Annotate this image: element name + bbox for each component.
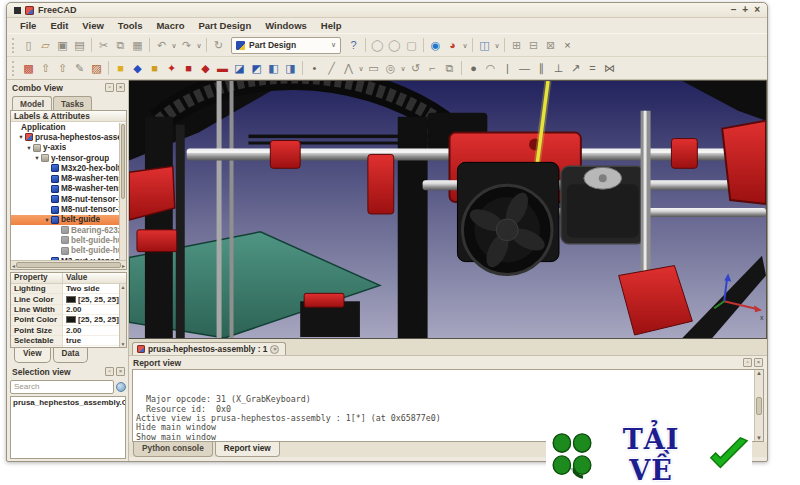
tree-item[interactable]: M8-nut-tensor-1 [11,194,126,204]
tree-item[interactable]: belt-guide-hu [11,235,126,245]
report-scrollbar[interactable]: ▲ ▼ [754,370,763,441]
loft-tool-icon[interactable]: ◆ [197,60,214,77]
tree-item[interactable]: Bearing-623z [11,225,126,235]
menu-item[interactable]: Edit [43,19,75,32]
constraint-arc-icon[interactable]: ◠ [482,60,499,77]
sketch-external-icon[interactable]: ⧉ [441,60,458,77]
undo-dropdown-icon[interactable]: ∨ [170,37,178,54]
constraint-coincident-icon[interactable]: ● [465,60,482,77]
property-row[interactable]: Line Width 2.00 [11,305,126,315]
tree-item[interactable]: M8-nut-tensor-2 [11,204,126,214]
redo-icon[interactable]: ↷ [178,37,195,54]
pad-up-icon[interactable]: ⇧ [37,60,54,77]
constraint-symmetric-icon[interactable]: ⋈ [601,60,618,77]
expander-icon[interactable] [17,134,25,140]
copy-icon[interactable]: ⧉ [112,37,129,54]
pad-tool-icon[interactable]: ■ [112,60,129,77]
tree-item[interactable]: y-tensor-group [11,153,126,163]
search-input[interactable] [10,380,114,394]
sketch-point-icon[interactable]: • [306,60,323,77]
macro-stop-icon[interactable]: ◯ [386,37,403,54]
property-row[interactable]: Line Color [25, 25, 25] [11,294,126,304]
property-row[interactable]: Point Color [25, 25, 25] [11,315,126,325]
groove-tool-icon[interactable]: ■ [180,60,197,77]
tree-horizontal-scrollbar[interactable]: ◂▸ [11,260,126,269]
toolbar-handle[interactable] [12,61,16,76]
property-row[interactable]: Point Size 2.00 [11,326,126,336]
scroll-right-icon[interactable]: ▸ [122,262,125,269]
close-panel-button[interactable]: × [116,83,125,92]
tree-item[interactable]: M8-washer-tenso [11,184,126,194]
fillet-tool-icon[interactable]: ◪ [231,60,248,77]
constraint-equal-icon[interactable]: = [584,60,601,77]
menu-item[interactable]: View [75,19,110,32]
property-row[interactable]: Lighting Two side [11,284,126,294]
view-isometric-icon[interactable]: ◫ [476,37,493,54]
menu-item[interactable]: Help [314,19,349,32]
menu-item[interactable]: Part Design [191,19,258,32]
create-body-icon[interactable]: ▩ [20,60,37,77]
tree-item[interactable]: M8-washer-tenso [11,173,126,183]
close-panel-button[interactable]: × [116,367,125,376]
sketch-trim-icon[interactable]: ↺ [407,60,424,77]
new-file-icon[interactable]: ▯ [20,37,37,54]
print-icon[interactable]: ▤ [71,37,88,54]
edit-sketch-icon[interactable]: ✎ [71,60,88,77]
close-view-icon[interactable]: × [559,37,576,54]
menu-item[interactable]: Tools [111,19,150,32]
sketch-polyline-dropdown-icon[interactable]: ∨ [357,60,365,77]
scroll-up-icon[interactable]: ▲ [755,370,763,376]
constraint-parallel-icon[interactable]: ∥ [533,60,550,77]
sketch-circle-dropdown-icon[interactable]: ∨ [399,60,407,77]
macro-record-icon[interactable]: ◯ [369,37,386,54]
download-watermark[interactable]: TẢI VỀ [546,428,752,482]
whats-this-icon[interactable]: ? [345,37,362,54]
thickness-tool-icon[interactable]: ◨ [282,60,299,77]
sketch-rectangle-icon[interactable]: ▭ [365,60,382,77]
tree-vertical-scrollbar[interactable] [119,123,126,260]
3d-viewport[interactable]: x [129,80,767,339]
draft-tool-icon[interactable]: ◧ [265,60,282,77]
scroll-down-icon[interactable]: ▼ [755,435,763,441]
pipe-tool-icon[interactable]: ▬ [214,60,231,77]
cut-icon[interactable]: ✂ [95,37,112,54]
menu-item[interactable]: File [13,19,43,32]
expander-icon[interactable] [25,145,33,151]
draw-style-icon[interactable]: ◕ [444,37,461,54]
sketch-line-icon[interactable]: ╱ [323,60,340,77]
property-row[interactable]: Shape Color [204, 204, 204] [11,346,126,348]
scroll-up-icon[interactable]: ▲ [120,284,126,290]
view-fit-selection-icon[interactable]: ⊞ [508,37,525,54]
document-tab-close-icon[interactable]: × [270,345,279,354]
sketch-circle-icon[interactable]: ◎ [382,60,399,77]
refresh-icon[interactable]: ↻ [210,37,227,54]
menu-item[interactable]: Windows [258,19,314,32]
scrollbar-thumb[interactable] [756,397,762,415]
tree-item[interactable]: M3x20-hex-bolt [11,163,126,173]
close-panel-button[interactable]: × [754,358,763,367]
selection-list-item[interactable]: prusa_hephestos_assembly.Compound0 [11,397,125,408]
tree-item[interactable]: Application [11,122,126,132]
toolbar-handle[interactable] [12,38,16,53]
float-panel-button[interactable]: ▫ [105,367,114,376]
property-scrollbar[interactable]: ▲▼ [119,284,126,347]
maximize-button[interactable]: + [742,5,748,15]
view-zoom-selection-icon[interactable]: ⊟ [525,37,542,54]
sketch-polyline-icon[interactable]: ⋀ [340,60,357,77]
combo-view-tab[interactable]: Tasks [53,96,92,110]
constraint-perpendicular-icon[interactable]: ⊥ [550,60,567,77]
tree-item[interactable]: belt-guide-hu [11,246,126,256]
save-icon[interactable]: ▣ [54,37,71,54]
console-tab[interactable]: Report view [215,442,280,457]
console-tab[interactable]: Python console [133,442,213,457]
close-button[interactable]: × [754,5,760,15]
view-sync-icon[interactable]: ⊠ [542,37,559,54]
float-panel-button[interactable]: ▫ [105,83,114,92]
search-icon[interactable] [116,382,126,392]
tree-item[interactable]: prusa-hephestos-assembly [11,132,126,142]
sketch-fillet-icon[interactable]: ⌐ [424,60,441,77]
draw-style-dropdown-icon[interactable]: ∨ [461,37,469,54]
tree-item[interactable]: belt-guide [11,215,126,225]
pocket-tool-icon[interactable]: ■ [146,60,163,77]
view-isometric-dropdown-icon[interactable]: ∨ [493,37,501,54]
